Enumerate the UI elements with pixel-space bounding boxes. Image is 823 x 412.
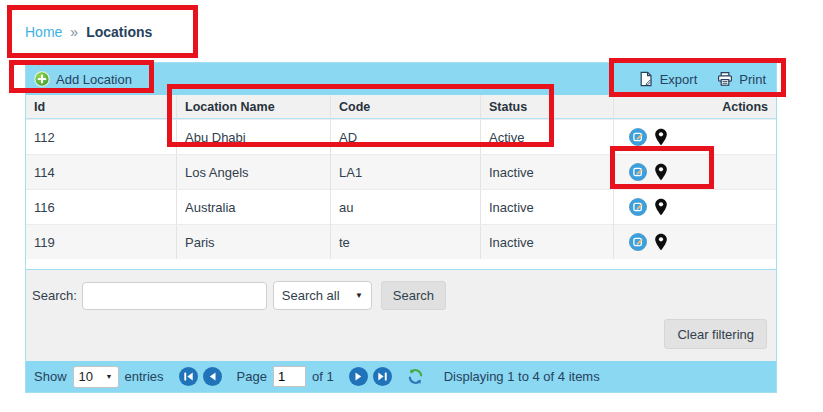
cell-code: au [331,190,481,224]
locations-panel: Add Location Export [25,62,777,393]
table-row: 119 Paris te Inactive [26,224,776,259]
cell-actions [614,155,776,189]
cell-code: LA1 [331,155,481,189]
entries-select[interactable]: 10 ▼ [73,366,119,388]
search-label: Search: [32,288,77,303]
previous-page-button[interactable] [203,367,222,386]
printer-icon [717,71,733,87]
cell-name: Los Angels [177,155,331,189]
search-input[interactable] [82,282,267,310]
table-search-divider [26,259,776,269]
edit-icon [629,128,647,146]
map-pin-icon [654,163,668,181]
map-pin-icon [654,233,668,251]
edit-icon [629,198,647,216]
breadcrumb-separator: » [70,24,78,40]
refresh-button[interactable] [407,368,424,385]
search-filter-select[interactable]: Search all ▼ [273,281,372,310]
entries-select-value: 10 [79,369,93,384]
table-row: 112 Abu Dhabi AD Active [26,119,776,154]
displaying-status: Displaying 1 to 4 of 4 items [444,369,600,384]
toolbar-right: Export Print [638,71,766,87]
search-row: Search: Search all ▼ Search [32,281,446,310]
add-plus-icon [34,71,50,87]
cell-id: 119 [26,225,177,259]
search-button[interactable]: Search [381,281,446,310]
breadcrumb-current: Locations [86,24,152,40]
edit-icon [629,233,647,251]
edit-location-button[interactable] [629,233,647,251]
pagination-forward-group [349,367,392,386]
edit-icon [629,163,647,181]
header-id[interactable]: Id [26,95,177,118]
chevron-down-icon: ▼ [355,291,363,300]
cell-status: Inactive [481,155,614,189]
edit-location-button[interactable] [629,128,647,146]
add-location-label: Add Location [56,72,132,87]
cell-name: Paris [177,225,331,259]
print-button[interactable]: Print [717,71,766,87]
breadcrumb-home-link[interactable]: Home [25,24,62,40]
map-pin-icon [654,128,668,146]
map-pin-button[interactable] [654,198,668,216]
cell-actions [614,190,776,224]
cell-status: Inactive [481,225,614,259]
cell-id: 112 [26,120,177,154]
print-label: Print [739,72,766,87]
cell-id: 116 [26,190,177,224]
pagination-back-group [179,367,222,386]
cell-code: AD [331,120,481,154]
previous-page-icon [203,367,222,386]
edit-location-button[interactable] [629,198,647,216]
search-filter-value: Search all [282,288,340,303]
first-page-icon [179,367,198,386]
cell-name: Abu Dhabi [177,120,331,154]
first-page-button[interactable] [179,367,198,386]
entries-label: entries [125,369,164,384]
next-page-button[interactable] [349,367,368,386]
cell-name: Australia [177,190,331,224]
refresh-icon [407,368,424,385]
locations-table: Id Location Name Code Status Actions 112… [26,95,776,259]
table-header-row: Id Location Name Code Status Actions [26,95,776,119]
export-document-icon [638,71,654,87]
cell-actions [614,225,776,259]
toolbar: Add Location Export [26,63,776,95]
cell-status: Inactive [481,190,614,224]
next-page-icon [349,367,368,386]
map-pin-button[interactable] [654,233,668,251]
last-page-icon [373,367,392,386]
chevron-down-icon: ▼ [106,373,113,380]
header-actions: Actions [614,95,776,118]
cell-id: 114 [26,155,177,189]
header-name[interactable]: Location Name [177,95,331,118]
add-location-button[interactable]: Add Location [34,71,132,87]
table-row: 114 Los Angels LA1 Inactive [26,154,776,189]
map-pin-button[interactable] [654,128,668,146]
cell-actions [614,120,776,154]
table-row: 116 Australia au Inactive [26,189,776,224]
header-code[interactable]: Code [331,95,481,118]
export-label: Export [660,72,698,87]
edit-location-button[interactable] [629,163,647,181]
header-status[interactable]: Status [481,95,614,118]
cell-status: Active [481,120,614,154]
export-button[interactable]: Export [638,71,698,87]
show-label: Show [34,369,67,384]
cell-code: te [331,225,481,259]
last-page-button[interactable] [373,367,392,386]
search-panel: Search: Search all ▼ Search Clear filter… [26,269,776,361]
pagination-footer: Show 10 ▼ entries Page of 1 Displaying 1… [26,361,776,392]
page-count-label: of 1 [312,369,334,384]
map-pin-icon [654,198,668,216]
clear-filtering-button[interactable]: Clear filtering [664,319,767,349]
screenshot-root: Home » Locations Add Location [0,0,823,412]
page-label: Page [237,369,267,384]
breadcrumb: Home » Locations [25,24,152,40]
map-pin-button[interactable] [654,163,668,181]
page-input[interactable] [273,366,306,387]
